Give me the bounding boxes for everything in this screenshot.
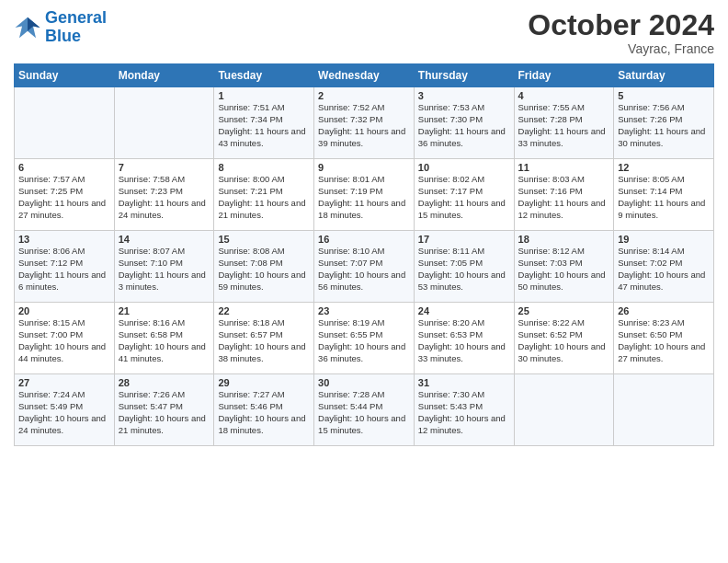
- cell-content: Sunrise: 8:03 AM Sunset: 7:16 PM Dayligh…: [518, 174, 610, 221]
- calendar-cell: 18Sunrise: 8:12 AM Sunset: 7:03 PM Dayli…: [514, 231, 614, 303]
- calendar-cell: 26Sunrise: 8:23 AM Sunset: 6:50 PM Dayli…: [614, 303, 714, 374]
- calendar-cell: [514, 374, 614, 446]
- day-number: 25: [518, 305, 610, 316]
- svg-marker-1: [28, 17, 40, 31]
- calendar-cell: [15, 87, 115, 159]
- cell-content: Sunrise: 8:02 AM Sunset: 7:17 PM Dayligh…: [418, 174, 510, 221]
- calendar-cell: 25Sunrise: 8:22 AM Sunset: 6:52 PM Dayli…: [514, 303, 614, 374]
- cell-content: Sunrise: 8:22 AM Sunset: 6:52 PM Dayligh…: [518, 317, 610, 364]
- calendar-cell: 16Sunrise: 8:10 AM Sunset: 7:07 PM Dayli…: [314, 231, 415, 303]
- cell-content: Sunrise: 8:18 AM Sunset: 6:57 PM Dayligh…: [218, 317, 310, 364]
- day-number: 28: [119, 377, 210, 388]
- day-number: 5: [618, 90, 710, 101]
- cell-content: Sunrise: 8:15 AM Sunset: 7:00 PM Dayligh…: [18, 317, 110, 364]
- cell-content: Sunrise: 7:58 AM Sunset: 7:23 PM Dayligh…: [119, 174, 210, 221]
- calendar-cell: 2Sunrise: 7:52 AM Sunset: 7:32 PM Daylig…: [314, 87, 415, 159]
- cell-content: Sunrise: 7:55 AM Sunset: 7:28 PM Dayligh…: [518, 102, 610, 149]
- calendar-table: SundayMondayTuesdayWednesdayThursdayFrid…: [14, 63, 714, 446]
- day-number: 9: [318, 162, 410, 173]
- calendar-cell: 11Sunrise: 8:03 AM Sunset: 7:16 PM Dayli…: [514, 159, 614, 231]
- table-row: 6Sunrise: 7:57 AM Sunset: 7:25 PM Daylig…: [15, 159, 714, 231]
- table-row: 27Sunrise: 7:24 AM Sunset: 5:49 PM Dayli…: [15, 374, 714, 446]
- cell-content: Sunrise: 7:24 AM Sunset: 5:49 PM Dayligh…: [18, 389, 110, 436]
- calendar-cell: 24Sunrise: 8:20 AM Sunset: 6:53 PM Dayli…: [414, 303, 514, 374]
- cell-content: Sunrise: 8:16 AM Sunset: 6:58 PM Dayligh…: [119, 317, 210, 364]
- calendar-cell: 3Sunrise: 7:53 AM Sunset: 7:30 PM Daylig…: [414, 87, 514, 159]
- cell-content: Sunrise: 8:19 AM Sunset: 6:55 PM Dayligh…: [318, 317, 410, 364]
- day-header: Sunday: [15, 64, 115, 87]
- cell-content: Sunrise: 8:23 AM Sunset: 6:50 PM Dayligh…: [618, 317, 710, 364]
- cell-content: Sunrise: 8:14 AM Sunset: 7:02 PM Dayligh…: [618, 246, 710, 293]
- cell-content: Sunrise: 8:11 AM Sunset: 7:05 PM Dayligh…: [418, 246, 510, 293]
- day-number: 31: [418, 377, 510, 388]
- day-number: 19: [618, 234, 710, 245]
- calendar-cell: 20Sunrise: 8:15 AM Sunset: 7:00 PM Dayli…: [15, 303, 115, 374]
- cell-content: Sunrise: 8:20 AM Sunset: 6:53 PM Dayligh…: [418, 317, 510, 364]
- calendar-cell: 4Sunrise: 7:55 AM Sunset: 7:28 PM Daylig…: [514, 87, 614, 159]
- calendar-cell: 9Sunrise: 8:01 AM Sunset: 7:19 PM Daylig…: [314, 159, 415, 231]
- day-number: 21: [119, 305, 210, 316]
- day-header: Thursday: [414, 64, 514, 87]
- day-number: 27: [18, 377, 110, 388]
- day-number: 1: [218, 90, 310, 101]
- day-number: 10: [418, 162, 510, 173]
- calendar-cell: 12Sunrise: 8:05 AM Sunset: 7:14 PM Dayli…: [614, 159, 714, 231]
- calendar-cell: 6Sunrise: 7:57 AM Sunset: 7:25 PM Daylig…: [15, 159, 115, 231]
- cell-content: Sunrise: 7:52 AM Sunset: 7:32 PM Dayligh…: [318, 102, 410, 149]
- day-header: Saturday: [614, 64, 714, 87]
- day-number: 7: [119, 162, 210, 173]
- cell-content: Sunrise: 7:57 AM Sunset: 7:25 PM Dayligh…: [18, 174, 110, 221]
- day-header: Wednesday: [314, 64, 415, 87]
- logo-bird-icon: [14, 14, 41, 41]
- day-number: 4: [518, 90, 610, 101]
- cell-content: Sunrise: 8:10 AM Sunset: 7:07 PM Dayligh…: [318, 246, 410, 293]
- calendar-cell: [614, 374, 714, 446]
- cell-content: Sunrise: 8:06 AM Sunset: 7:12 PM Dayligh…: [18, 246, 110, 293]
- calendar-cell: 27Sunrise: 7:24 AM Sunset: 5:49 PM Dayli…: [15, 374, 115, 446]
- day-number: 30: [318, 377, 410, 388]
- table-row: 1Sunrise: 7:51 AM Sunset: 7:34 PM Daylig…: [15, 87, 714, 159]
- table-row: 13Sunrise: 8:06 AM Sunset: 7:12 PM Dayli…: [15, 231, 714, 303]
- day-number: 24: [418, 305, 510, 316]
- day-number: 11: [518, 162, 610, 173]
- calendar-cell: 13Sunrise: 8:06 AM Sunset: 7:12 PM Dayli…: [15, 231, 115, 303]
- cell-content: Sunrise: 7:26 AM Sunset: 5:47 PM Dayligh…: [119, 389, 210, 436]
- calendar-cell: 8Sunrise: 8:00 AM Sunset: 7:21 PM Daylig…: [214, 159, 314, 231]
- day-number: 22: [218, 305, 310, 316]
- cell-content: Sunrise: 8:00 AM Sunset: 7:21 PM Dayligh…: [218, 174, 310, 221]
- cell-content: Sunrise: 8:12 AM Sunset: 7:03 PM Dayligh…: [518, 246, 610, 293]
- cell-content: Sunrise: 7:56 AM Sunset: 7:26 PM Dayligh…: [618, 102, 710, 149]
- cell-content: Sunrise: 8:05 AM Sunset: 7:14 PM Dayligh…: [618, 174, 710, 221]
- day-number: 20: [18, 305, 110, 316]
- day-number: 14: [119, 234, 210, 245]
- cell-content: Sunrise: 7:30 AM Sunset: 5:43 PM Dayligh…: [418, 389, 510, 436]
- day-number: 26: [618, 305, 710, 316]
- calendar-cell: 22Sunrise: 8:18 AM Sunset: 6:57 PM Dayli…: [214, 303, 314, 374]
- cell-content: Sunrise: 7:53 AM Sunset: 7:30 PM Dayligh…: [418, 102, 510, 149]
- day-header: Tuesday: [214, 64, 314, 87]
- cell-content: Sunrise: 8:08 AM Sunset: 7:08 PM Dayligh…: [218, 246, 310, 293]
- day-number: 18: [518, 234, 610, 245]
- day-number: 6: [18, 162, 110, 173]
- calendar-cell: 15Sunrise: 8:08 AM Sunset: 7:08 PM Dayli…: [214, 231, 314, 303]
- calendar-cell: 10Sunrise: 8:02 AM Sunset: 7:17 PM Dayli…: [414, 159, 514, 231]
- calendar-cell: 14Sunrise: 8:07 AM Sunset: 7:10 PM Dayli…: [114, 231, 214, 303]
- calendar-cell: 30Sunrise: 7:28 AM Sunset: 5:44 PM Dayli…: [314, 374, 415, 446]
- day-number: 17: [418, 234, 510, 245]
- calendar-cell: [114, 87, 214, 159]
- logo-text: General Blue: [45, 9, 107, 46]
- day-number: 23: [318, 305, 410, 316]
- day-number: 3: [418, 90, 510, 101]
- day-number: 12: [618, 162, 710, 173]
- day-number: 15: [218, 234, 310, 245]
- cell-content: Sunrise: 7:51 AM Sunset: 7:34 PM Dayligh…: [218, 102, 310, 149]
- calendar-cell: 31Sunrise: 7:30 AM Sunset: 5:43 PM Dayli…: [414, 374, 514, 446]
- location: Vayrac, France: [528, 41, 714, 56]
- day-number: 29: [218, 377, 310, 388]
- calendar-cell: 21Sunrise: 8:16 AM Sunset: 6:58 PM Dayli…: [114, 303, 214, 374]
- calendar-cell: 29Sunrise: 7:27 AM Sunset: 5:46 PM Dayli…: [214, 374, 314, 446]
- calendar-cell: 19Sunrise: 8:14 AM Sunset: 7:02 PM Dayli…: [614, 231, 714, 303]
- cell-content: Sunrise: 8:07 AM Sunset: 7:10 PM Dayligh…: [119, 246, 210, 293]
- calendar-cell: 28Sunrise: 7:26 AM Sunset: 5:47 PM Dayli…: [114, 374, 214, 446]
- calendar-cell: 7Sunrise: 7:58 AM Sunset: 7:23 PM Daylig…: [114, 159, 214, 231]
